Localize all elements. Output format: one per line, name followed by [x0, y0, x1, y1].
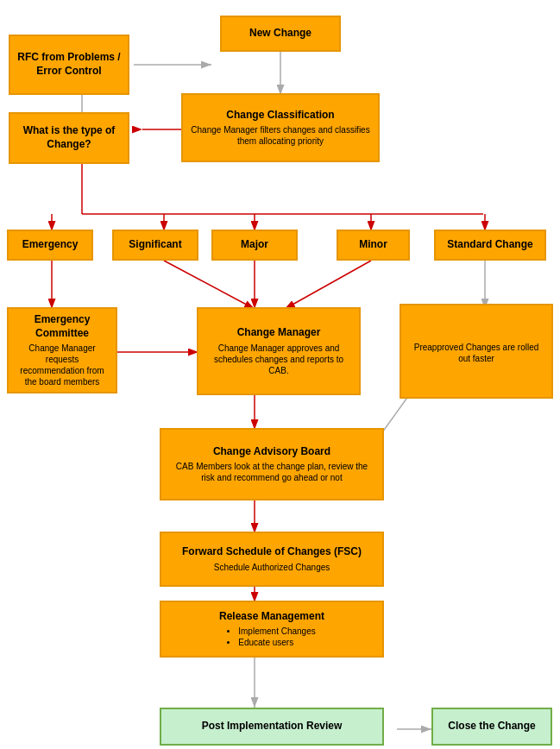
change-classification-title: Change Classification [226, 109, 334, 123]
release-mgmt-title: Release Management [219, 610, 324, 624]
emergency-label: Emergency [22, 238, 79, 252]
close-change-box: Close the Change [431, 708, 552, 746]
major-box: Major [211, 230, 298, 261]
emergency-committee-subtitle: Change Manager requests recommendation f… [16, 343, 109, 387]
cab-subtitle: CAB Members look at the change plan, rev… [168, 461, 375, 483]
preapproved-box: Preapproved Changes are rolled out faste… [400, 304, 553, 399]
significant-box: Significant [112, 230, 198, 261]
change-manager-subtitle: Change Manager approves and schedules ch… [205, 343, 352, 376]
new-change-label: New Change [249, 27, 311, 41]
emergency-box: Emergency [7, 230, 93, 261]
major-label: Major [241, 238, 268, 252]
close-change-label: Close the Change [448, 720, 535, 733]
release-mgmt-bullets: Implement Changes Educate users [228, 626, 316, 648]
post-review-box: Post Implementation Review [160, 708, 384, 746]
fsc-subtitle: Schedule Authorized Changes [214, 562, 330, 573]
preapproved-subtitle: Preapproved Changes are rolled out faste… [408, 342, 544, 364]
cab-box: Change Advisory Board CAB Members look a… [160, 428, 384, 500]
rfc-box: RFC from Problems / Error Control [9, 35, 129, 95]
new-change-box: New Change [220, 16, 341, 52]
fsc-title: Forward Schedule of Changes (FSC) [182, 545, 362, 559]
what-type-label: What is the type of Change? [17, 124, 121, 151]
diagram: RFC from Problems / Error Control New Ch… [0, 0, 560, 749]
emergency-committee-box: Emergency Committee Change Manager reque… [7, 307, 117, 393]
minor-label: Minor [359, 238, 387, 252]
emergency-committee-title: Emergency Committee [16, 313, 109, 340]
bullet-implement: Implement Changes [238, 626, 316, 637]
standard-box: Standard Change [434, 230, 546, 261]
bullet-educate: Educate users [238, 637, 316, 648]
minor-box: Minor [337, 230, 410, 261]
change-classification-box: Change Classification Change Manager fil… [181, 93, 380, 162]
what-type-box: What is the type of Change? [9, 112, 129, 164]
change-classification-subtitle: Change Manager filters changes and class… [190, 124, 371, 147]
standard-label: Standard Change [447, 238, 532, 252]
release-mgmt-box: Release Management Implement Changes Edu… [160, 601, 384, 658]
svg-line-17 [285, 261, 371, 309]
cab-title: Change Advisory Board [213, 445, 330, 459]
change-manager-title: Change Manager [237, 326, 321, 340]
significant-label: Significant [129, 238, 181, 252]
fsc-box: Forward Schedule of Changes (FSC) Schedu… [160, 532, 384, 587]
svg-line-15 [164, 261, 255, 309]
rfc-label: RFC from Problems / Error Control [17, 51, 121, 78]
post-review-label: Post Implementation Review [202, 720, 343, 733]
change-manager-box: Change Manager Change Manager approves a… [197, 307, 361, 395]
